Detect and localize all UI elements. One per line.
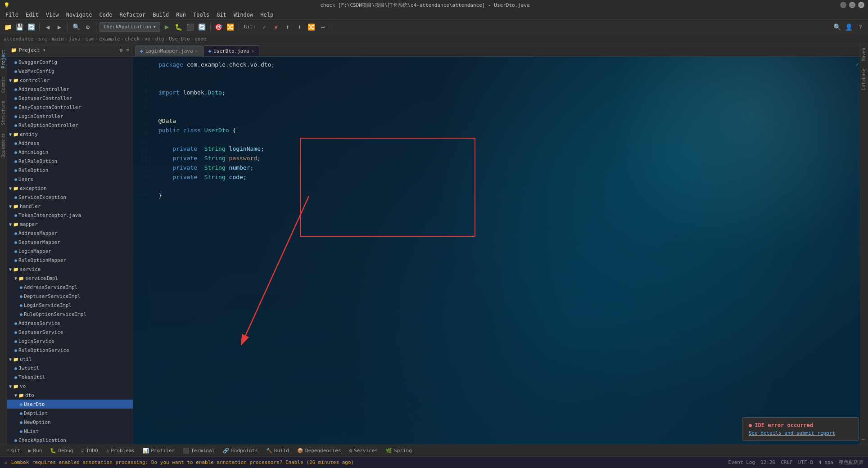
tree-newoption[interactable]: ● NewOption	[7, 418, 133, 427]
tree-deptusercontroller[interactable]: ● DeptuserController	[7, 94, 133, 103]
tree-mapper[interactable]: ▼ 📁 mapper	[7, 220, 133, 229]
tree-serviceimpl[interactable]: ▼ 📁 serviceImpl	[7, 274, 133, 283]
bookmarks-tab[interactable]: Bookmarks	[0, 130, 7, 161]
minimize-button[interactable]: —	[840, 2, 846, 8]
tree-tokenutil[interactable]: ● TokenUtil	[7, 373, 133, 382]
git-x[interactable]: ✗	[271, 22, 281, 32]
breadcrumb-part-3[interactable]: main	[52, 36, 64, 42]
menu-tools[interactable]: Tools	[190, 11, 213, 19]
tree-serviceexception[interactable]: ● ServiceException	[7, 193, 133, 202]
help-icon[interactable]: ?	[855, 22, 865, 32]
tab-close-icon[interactable]: ✕	[252, 49, 254, 54]
debug-bottom-btn[interactable]: 🐛 Debug	[46, 446, 77, 455]
tree-deptlist[interactable]: ● DeptList	[7, 409, 133, 418]
tree-service[interactable]: ▼ 📁 service	[7, 265, 133, 274]
menu-navigate[interactable]: Navigate	[63, 11, 96, 19]
menu-refactor[interactable]: Refactor	[116, 11, 149, 19]
toolbar-icon-11[interactable]: 🔄	[197, 22, 207, 32]
spring-bottom-btn[interactable]: 🌿 Spring	[382, 446, 416, 455]
menu-help[interactable]: Help	[257, 11, 277, 19]
back-button[interactable]: ◀	[43, 22, 53, 32]
tree-ruleoption[interactable]: ● RuleOption	[7, 166, 133, 175]
toolbar-icon-3[interactable]: 🔄	[26, 22, 36, 32]
tree-deptusermapper[interactable]: ● DeptuserMapper	[7, 238, 133, 247]
git-icon-1[interactable]: ⬆	[283, 22, 293, 32]
problems-bottom-btn[interactable]: ⚠ Problems	[103, 446, 139, 455]
git-check[interactable]: ✓	[259, 22, 269, 32]
tree-handler[interactable]: ▼ 📁 handler	[7, 202, 133, 211]
tree-dto[interactable]: ▼ 📁 dto	[7, 391, 133, 400]
maven-tab[interactable]: Maven	[860, 44, 868, 65]
run-config-dropdown[interactable]: CheckApplication ▾	[99, 22, 160, 32]
tab-close-icon[interactable]: ✕	[195, 49, 198, 54]
ide-error-link[interactable]: See details and submit report	[749, 430, 852, 436]
status-indent[interactable]: 4 spa	[818, 459, 833, 465]
breadcrumb-part-8[interactable]: vo	[145, 36, 150, 42]
forward-button[interactable]: ▶	[54, 22, 64, 32]
terminal-bottom-btn[interactable]: ⬛ Terminal	[179, 446, 218, 455]
tree-addressmapper[interactable]: ● AddressMapper	[7, 229, 133, 238]
menu-code[interactable]: Code	[96, 11, 116, 19]
debug-button[interactable]: 🐛	[174, 22, 184, 32]
tree-loginservice[interactable]: ● LoginService	[7, 337, 133, 346]
breadcrumb-part-7[interactable]: check	[125, 36, 140, 42]
endpoints-bottom-btn[interactable]: 🔗 Endpoints	[219, 446, 262, 455]
settings-icon[interactable]: 👤	[844, 22, 854, 32]
tree-deptuserserviceimpl[interactable]: ● DeptuserServiceImpl	[7, 292, 133, 301]
project-tab[interactable]: Project	[0, 46, 7, 72]
tree-adminlogin[interactable]: ● AdminLogin	[7, 148, 133, 157]
todo-bottom-btn[interactable]: ☑ TODO	[78, 446, 102, 455]
tree-addressserviceimpl[interactable]: ● AddressServiceImpl	[7, 283, 133, 292]
git-icon-2[interactable]: ⬇	[294, 22, 304, 32]
menu-window[interactable]: Window	[230, 11, 257, 19]
tree-addressservice[interactable]: ● AddressService	[7, 319, 133, 328]
code-editor[interactable]: package com.example.check.vo.dto; import…	[151, 57, 860, 445]
run-bottom-btn[interactable]: ▶ Run	[25, 446, 46, 455]
database-tab[interactable]: Database	[860, 65, 868, 94]
search-icon[interactable]: 🔍	[832, 22, 842, 32]
breadcrumb-part-9[interactable]: dto	[155, 36, 164, 42]
menu-git[interactable]: Git	[213, 11, 230, 19]
status-crlf[interactable]: CRLF	[781, 459, 793, 465]
tree-loginserviceimpl[interactable]: ● LoginServiceImpl	[7, 301, 133, 310]
tree-users[interactable]: ● Users	[7, 175, 133, 184]
git-icon-3[interactable]: 🔀	[306, 22, 316, 32]
tab-userdto[interactable]: ◆ UserDto.java ✕	[203, 45, 259, 56]
tree-ruleoptionservice[interactable]: ● RuleOptionService	[7, 346, 133, 355]
breadcrumb-part-2[interactable]: src	[38, 36, 47, 42]
toolbar-icon-1[interactable]: 📁	[3, 22, 13, 32]
tree-address[interactable]: ● Address	[7, 139, 133, 148]
breadcrumb-part-1[interactable]: attendance	[4, 36, 33, 42]
commit-tab[interactable]: Commit	[0, 73, 7, 96]
status-event-log[interactable]: Event Log	[728, 459, 755, 465]
git-bottom-btn[interactable]: ⑂ Git	[3, 446, 24, 455]
tree-entity[interactable]: ▼ 📁 entity	[7, 130, 133, 139]
menu-run[interactable]: Run	[172, 11, 190, 19]
maximize-button[interactable]: □	[849, 2, 855, 8]
tree-loginmapper[interactable]: ● LoginMapper	[7, 247, 133, 256]
tree-checkapplication[interactable]: ● CheckApplication	[7, 436, 133, 445]
structure-tab[interactable]: Structure	[0, 97, 7, 129]
tree-ruleoptioncontroller[interactable]: ● RuleOptionController	[7, 121, 133, 130]
tree-userdto[interactable]: ● UserDto	[7, 400, 133, 409]
breadcrumb-part-4[interactable]: java	[68, 36, 81, 42]
toolbar-icon-6[interactable]: 🔍	[71, 22, 81, 32]
profiler-bottom-btn[interactable]: 📊 Profiler	[139, 446, 178, 455]
services-bottom-btn[interactable]: ⚙ Services	[345, 446, 381, 455]
tree-swaggerconfig[interactable]: ● SwaggerConfig	[7, 58, 133, 67]
tree-relruleoption[interactable]: ● RelRuleOption	[7, 157, 133, 166]
project-settings-icon[interactable]: ⚙	[120, 47, 123, 53]
dependencies-bottom-btn[interactable]: 📦 Dependencies	[294, 446, 344, 455]
breadcrumb-part-6[interactable]: example	[99, 36, 120, 42]
tree-logincontroller[interactable]: ● LoginController	[7, 112, 133, 121]
toolbar-icon-10[interactable]: ⬛	[185, 22, 195, 32]
tree-util[interactable]: ▼ 📁 util	[7, 355, 133, 364]
menu-view[interactable]: View	[42, 11, 63, 19]
toolbar-icon-13[interactable]: 🔀	[226, 22, 235, 32]
status-warning-text[interactable]: Lombok requires enabled annotation proce…	[11, 459, 354, 465]
breadcrumb-part-10[interactable]: UserDto	[169, 36, 190, 42]
tree-tokeninterceptor[interactable]: ● TokenInterceptor.java	[7, 211, 133, 220]
menu-build[interactable]: Build	[149, 11, 172, 19]
run-button[interactable]: ▶	[162, 22, 172, 32]
build-bottom-btn[interactable]: 🔨 Build	[262, 446, 293, 455]
